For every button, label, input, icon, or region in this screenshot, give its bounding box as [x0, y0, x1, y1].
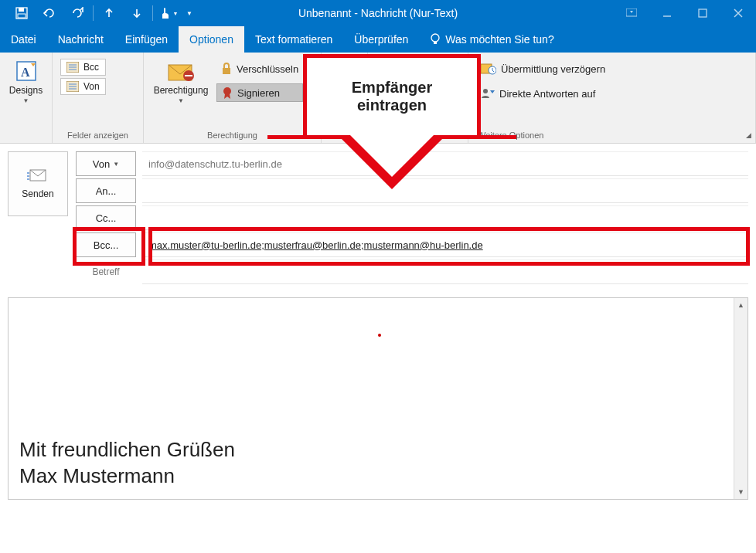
close-icon[interactable]: [720, 0, 756, 26]
signieren-button[interactable]: Signieren: [216, 83, 303, 102]
send-button[interactable]: Senden: [8, 151, 68, 216]
cc-field[interactable]: [142, 205, 748, 230]
scroll-down-icon[interactable]: ▼: [734, 485, 747, 499]
undo-icon[interactable]: [36, 0, 63, 26]
bcc-recipient[interactable]: mustermann@hu-berlin.de: [364, 239, 483, 251]
lightbulb-icon: [430, 33, 441, 46]
tab-nachricht[interactable]: Nachricht: [47, 26, 114, 53]
signature-name: Max Mustermann: [19, 463, 723, 490]
svg-rect-7: [434, 42, 437, 44]
bcc-toggle-button[interactable]: Bcc: [60, 59, 106, 76]
redo-icon[interactable]: [63, 0, 91, 26]
svg-rect-20: [185, 75, 192, 76]
betreff-label: Betreff: [76, 260, 136, 284]
svg-point-29: [483, 89, 488, 93]
betreff-field[interactable]: [142, 260, 748, 284]
tab-textformatieren[interactable]: Text formatieren: [244, 26, 343, 53]
ribbon-tabbar: Datei Nachricht Einfügen Optionen Text f…: [0, 26, 756, 53]
tab-einfuegen[interactable]: Einfügen: [114, 26, 179, 53]
von-toggle-button[interactable]: Von: [60, 78, 106, 95]
group-label-felder: Felder anzeigen: [57, 129, 138, 143]
maximize-icon[interactable]: [685, 0, 720, 26]
tab-optionen[interactable]: Optionen: [179, 26, 244, 53]
svg-rect-1: [19, 8, 24, 12]
tell-me[interactable]: Was möchten Sie tun?: [419, 26, 564, 53]
bcc-recipient[interactable]: musterfrau@berlin.de: [264, 239, 361, 251]
bcc-icon: [66, 62, 79, 73]
ribbon-seal-icon: [222, 87, 233, 99]
verschluesseln-button[interactable]: Verschlüsseln: [216, 60, 303, 77]
annotation-arrow: Empfänger eintragen: [303, 54, 481, 189]
an-button[interactable]: An...: [76, 178, 136, 203]
svg-point-22: [223, 87, 231, 95]
next-item-icon[interactable]: [123, 0, 151, 26]
cursor-marker: [378, 334, 381, 337]
tab-ueberpruefen[interactable]: Überprüfen: [343, 26, 419, 53]
quick-access-toolbar: ▼ ▼: [0, 0, 196, 26]
previous-item-icon[interactable]: [95, 0, 123, 26]
svg-rect-2: [18, 14, 26, 18]
touch-mode-icon[interactable]: ▼: [155, 0, 182, 26]
dialog-launcher-icon[interactable]: ◢: [744, 130, 754, 140]
tab-datei[interactable]: Datei: [0, 26, 47, 53]
von-button[interactable]: Von▼: [76, 151, 136, 176]
bcc-button[interactable]: Bcc...: [76, 232, 136, 257]
scroll-up-icon[interactable]: ▲: [734, 298, 747, 312]
ribbon-display-icon[interactable]: [614, 0, 649, 26]
svg-rect-5: [699, 9, 707, 17]
send-icon: [27, 168, 49, 184]
minimize-icon[interactable]: [649, 0, 685, 26]
svg-rect-21: [223, 68, 230, 74]
title-bar: ▼ ▼ Unbenannt - Nachricht (Nur-Text): [0, 0, 756, 26]
signature-greeting: Mit freundlichen Grüßen: [19, 437, 723, 463]
scrollbar[interactable]: ▲ ▼: [734, 298, 747, 499]
bcc-recipient[interactable]: max.muster@tu-berlin.de: [148, 239, 261, 251]
uebermittlung-verzoegern-button[interactable]: Übermittlung verzögern: [476, 60, 610, 77]
lock-icon: [221, 63, 232, 75]
direkte-antworten-button[interactable]: Direkte Antworten auf: [476, 85, 610, 102]
message-body[interactable]: Mit freundlichen Grüßen Max Mustermann ▲…: [8, 297, 748, 500]
svg-point-6: [431, 34, 439, 42]
direct-replies-icon: [481, 87, 495, 100]
berechtigung-button[interactable]: Berechtigung ▼: [148, 56, 213, 104]
von-icon: [66, 81, 79, 92]
svg-text:A: A: [21, 66, 30, 79]
qat-customize-icon[interactable]: ▼: [182, 0, 196, 26]
cc-button[interactable]: Cc...: [76, 205, 136, 230]
bcc-field[interactable]: max.muster@tu-berlin.de; musterfrau@berl…: [142, 232, 748, 257]
save-icon[interactable]: [8, 0, 36, 26]
delay-delivery-icon: [481, 63, 496, 75]
designs-button[interactable]: A Designs ▼: [6, 56, 46, 104]
